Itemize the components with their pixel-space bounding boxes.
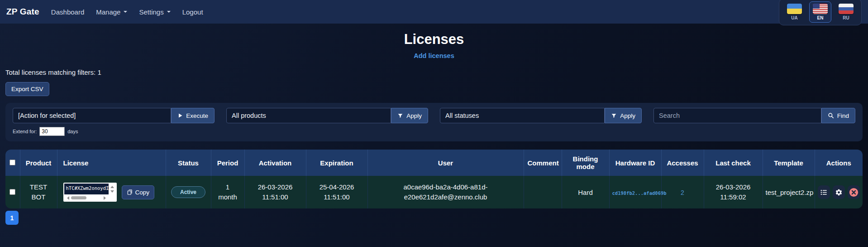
period-value: 1 month	[217, 182, 238, 203]
execute-button[interactable]: Execute	[171, 108, 215, 123]
nav-item-settings-label: Settings	[139, 8, 163, 16]
lang-option-ru[interactable]: RU	[835, 1, 857, 23]
nav-item-dashboard-label: Dashboard	[51, 8, 84, 16]
licenses-table: Product License Status Period Activation…	[5, 150, 863, 208]
header-license: License	[57, 150, 166, 176]
header-actions: Actions	[815, 150, 863, 176]
row-select-cell	[5, 176, 20, 208]
main-content: Licenses Add licenses Total licenses mat…	[0, 31, 868, 225]
lang-option-en-label: EN	[817, 15, 824, 20]
nav-item-settings[interactable]: Settings	[139, 8, 170, 16]
search-input[interactable]	[653, 108, 821, 123]
scroll-right-icon	[104, 196, 108, 200]
header-select-all	[5, 150, 20, 176]
add-licenses-link[interactable]: Add licenses	[5, 52, 863, 59]
header-product: Product	[20, 150, 57, 176]
copy-button-label: Copy	[135, 189, 150, 196]
filter-row: [Action for selected] Execute All produc…	[13, 108, 855, 123]
user-cell: a0cae96d-ba2a-4d06-a81d-e20e621d2afe@zen…	[367, 176, 524, 208]
binding-mode-cell: Hard	[562, 176, 609, 208]
navbar: ZP Gate Dashboard Manage Settings Logout…	[0, 0, 868, 24]
search-group: Find	[653, 108, 855, 123]
days-label: days	[67, 129, 78, 134]
nav-item-logout[interactable]: Logout	[182, 8, 203, 16]
lang-option-ua[interactable]: UA	[783, 1, 806, 23]
scroll-up-icon	[110, 184, 114, 188]
hardware-id-cell: cd198fb2...afad069b	[609, 176, 661, 208]
nav-item-logout-label: Logout	[182, 8, 203, 16]
scroll-left-icon	[65, 196, 69, 200]
delete-circle-icon	[849, 187, 859, 198]
scrollbar-corner	[109, 195, 116, 201]
products-filter-group: All products Apply	[226, 108, 428, 123]
product-cell: TEST BOT	[20, 176, 57, 208]
copy-icon	[127, 189, 133, 195]
header-period: Period	[211, 150, 244, 176]
find-button-label: Find	[837, 112, 849, 119]
extend-days-input[interactable]	[39, 127, 65, 136]
template-cell: test_project2.zp	[763, 176, 815, 208]
play-icon	[177, 113, 183, 118]
filter-icon	[611, 113, 617, 119]
nav-item-dashboard[interactable]: Dashboard	[51, 8, 84, 16]
license-key-textarea[interactable]: hTC#XZwm2onoydIKUHuhrq	[63, 183, 117, 202]
flag-ua-icon	[787, 4, 802, 14]
header-hardware-id: Hardware ID	[609, 150, 661, 176]
statuses-select[interactable]: All statuses	[440, 108, 605, 123]
accesses-link[interactable]: 2	[681, 189, 684, 196]
lang-option-ua-label: UA	[791, 15, 797, 20]
find-button[interactable]: Find	[821, 108, 855, 123]
products-select[interactable]: All products	[226, 108, 391, 123]
action-select[interactable]: [Action for selected]	[13, 108, 171, 123]
page-button-1[interactable]: 1	[5, 211, 19, 225]
brand-logo[interactable]: ZP Gate	[6, 7, 39, 17]
chevron-down-icon	[167, 11, 171, 15]
header-binding-mode: Binding mode	[562, 150, 609, 176]
flag-us-icon	[813, 4, 828, 14]
settings-button[interactable]	[833, 185, 845, 199]
actions-cell	[815, 176, 863, 208]
activation-cell: 26-03-2026 11:51:00	[244, 176, 306, 208]
list-icon	[820, 189, 828, 196]
header-last-check: Last check	[704, 150, 763, 176]
vertical-scrollbar[interactable]	[109, 184, 116, 194]
accesses-cell: 2	[661, 176, 704, 208]
last-check-value: 26-03-2026 11:59:02	[710, 182, 757, 203]
table-header-row: Product License Status Period Activation…	[5, 150, 863, 176]
export-csv-button[interactable]: Export CSV	[5, 82, 49, 96]
pagination: 1	[5, 211, 863, 225]
execute-button-label: Execute	[186, 112, 208, 119]
extend-for-label: Extend for:	[13, 129, 37, 134]
user-value: a0cae96d-ba2a-4d06-a81d-e20e621d2afe@zen…	[387, 182, 504, 203]
extend-row: Extend for: days	[13, 127, 855, 136]
row-checkbox[interactable]	[10, 189, 15, 195]
header-activation: Activation	[244, 150, 306, 176]
apply-products-button[interactable]: Apply	[391, 108, 428, 123]
last-check-cell: 26-03-2026 11:59:02	[704, 176, 763, 208]
scroll-down-icon	[110, 190, 114, 194]
gear-icon	[835, 189, 843, 196]
lang-option-en[interactable]: EN	[809, 1, 831, 23]
filter-icon	[397, 113, 403, 119]
nav-item-manage[interactable]: Manage	[96, 8, 127, 16]
copy-license-button[interactable]: Copy	[122, 185, 155, 199]
comment-cell	[524, 176, 562, 208]
details-button[interactable]	[818, 185, 830, 199]
header-comment: Comment	[524, 150, 562, 176]
search-icon	[828, 112, 834, 119]
expiration-cell: 25-04-2026 11:51:00	[306, 176, 367, 208]
select-all-checkbox[interactable]	[10, 160, 15, 165]
license-key-value[interactable]: hTC#XZwm2onoydIKUHuhrq	[64, 184, 109, 194]
delete-button[interactable]	[848, 185, 860, 199]
horizontal-scrollbar[interactable]	[64, 195, 109, 201]
status-badge[interactable]: Active	[171, 186, 205, 198]
apply-statuses-button[interactable]: Apply	[605, 108, 642, 123]
expiration-value: 25-04-2026 11:51:00	[313, 182, 360, 203]
action-group: [Action for selected] Execute	[13, 108, 215, 123]
hardware-id-link[interactable]: cd198fb2...afad069b	[612, 190, 667, 196]
table-row: TEST BOT hTC#XZwm2onoydIKUHuhrq	[5, 176, 863, 208]
scrollbar-thumb[interactable]	[71, 196, 86, 199]
header-accesses: Accesses	[661, 150, 704, 176]
period-cell: 1 month	[211, 176, 244, 208]
header-template: Template	[763, 150, 815, 176]
